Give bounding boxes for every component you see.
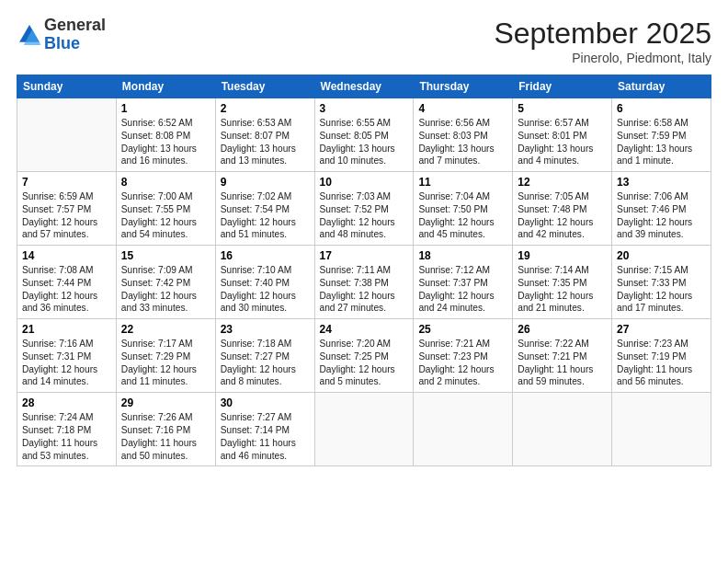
calendar-table: Sunday Monday Tuesday Wednesday Thursday… (17, 75, 711, 466)
calendar-cell: 29Sunrise: 7:26 AMSunset: 7:16 PMDayligh… (116, 393, 215, 466)
cell-info: Sunrise: 6:55 AMSunset: 8:05 PMDaylight:… (320, 117, 409, 167)
calendar-cell: 23Sunrise: 7:18 AMSunset: 7:27 PMDayligh… (215, 319, 314, 393)
cell-info: Sunrise: 7:08 AMSunset: 7:44 PMDaylight:… (22, 264, 111, 315)
calendar-week-row: 28Sunrise: 7:24 AMSunset: 7:18 PMDayligh… (17, 393, 711, 466)
cell-info: Sunrise: 7:12 AMSunset: 7:37 PMDaylight:… (418, 264, 507, 315)
calendar-cell: 20Sunrise: 7:15 AMSunset: 7:33 PMDayligh… (612, 246, 711, 319)
day-number: 3 (320, 102, 409, 115)
day-number: 27 (617, 323, 706, 336)
calendar-week-row: 1Sunrise: 6:52 AMSunset: 8:08 PMDaylight… (17, 98, 711, 172)
day-number: 9 (221, 176, 310, 189)
calendar-cell: 7Sunrise: 6:59 AMSunset: 7:57 PMDaylight… (17, 172, 117, 246)
header: General Blue September 2025 Pinerolo, Pi… (17, 17, 711, 65)
calendar-cell: 25Sunrise: 7:21 AMSunset: 7:23 PMDayligh… (414, 319, 513, 393)
day-number: 20 (617, 249, 706, 262)
calendar-cell: 11Sunrise: 7:04 AMSunset: 7:50 PMDayligh… (414, 172, 513, 246)
day-number: 15 (121, 249, 210, 262)
calendar-cell: 22Sunrise: 7:17 AMSunset: 7:29 PMDayligh… (116, 319, 215, 393)
day-number: 12 (518, 176, 607, 189)
calendar-cell: 26Sunrise: 7:22 AMSunset: 7:21 PMDayligh… (513, 319, 612, 393)
cell-info: Sunrise: 6:57 AMSunset: 8:01 PMDaylight:… (518, 117, 607, 167)
day-number: 18 (418, 249, 507, 262)
col-saturday: Saturday (612, 75, 711, 98)
cell-info: Sunrise: 7:21 AMSunset: 7:23 PMDaylight:… (418, 338, 507, 388)
day-number: 13 (617, 176, 706, 189)
cell-info: Sunrise: 7:06 AMSunset: 7:46 PMDaylight:… (617, 190, 706, 241)
cell-info: Sunrise: 7:22 AMSunset: 7:21 PMDaylight:… (518, 338, 607, 388)
cell-info: Sunrise: 7:16 AMSunset: 7:31 PMDaylight:… (22, 338, 111, 388)
cell-info: Sunrise: 7:00 AMSunset: 7:55 PMDaylight:… (121, 190, 210, 241)
day-number: 29 (121, 396, 210, 409)
day-number: 24 (320, 323, 409, 336)
calendar-cell: 14Sunrise: 7:08 AMSunset: 7:44 PMDayligh… (17, 246, 117, 319)
day-number: 4 (418, 102, 507, 115)
day-number: 1 (121, 102, 210, 115)
col-wednesday: Wednesday (314, 75, 414, 98)
calendar-cell: 2Sunrise: 6:53 AMSunset: 8:07 PMDaylight… (215, 98, 314, 172)
day-number: 17 (320, 249, 409, 262)
cell-info: Sunrise: 6:58 AMSunset: 7:59 PMDaylight:… (617, 117, 706, 167)
calendar-cell: 30Sunrise: 7:27 AMSunset: 7:14 PMDayligh… (215, 393, 314, 466)
cell-info: Sunrise: 7:04 AMSunset: 7:50 PMDaylight:… (418, 190, 507, 241)
cell-info: Sunrise: 7:20 AMSunset: 7:25 PMDaylight:… (320, 338, 409, 388)
day-number: 5 (518, 102, 607, 115)
col-monday: Monday (116, 75, 215, 98)
calendar-cell: 10Sunrise: 7:03 AMSunset: 7:52 PMDayligh… (314, 172, 414, 246)
logo-icon (17, 22, 42, 48)
day-number: 30 (221, 396, 310, 409)
calendar-cell: 1Sunrise: 6:52 AMSunset: 8:08 PMDaylight… (116, 98, 215, 172)
cell-info: Sunrise: 7:15 AMSunset: 7:33 PMDaylight:… (617, 264, 706, 315)
day-number: 14 (22, 249, 111, 262)
day-number: 22 (121, 323, 210, 336)
calendar-cell: 28Sunrise: 7:24 AMSunset: 7:18 PMDayligh… (17, 393, 117, 466)
logo: General Blue (17, 17, 106, 53)
col-thursday: Thursday (414, 75, 513, 98)
cell-info: Sunrise: 7:03 AMSunset: 7:52 PMDaylight:… (320, 190, 409, 241)
cell-info: Sunrise: 7:11 AMSunset: 7:38 PMDaylight:… (320, 264, 409, 315)
day-number: 28 (22, 396, 111, 409)
calendar-cell (414, 393, 513, 466)
cell-info: Sunrise: 7:27 AMSunset: 7:14 PMDaylight:… (221, 411, 310, 462)
calendar-cell: 4Sunrise: 6:56 AMSunset: 8:03 PMDaylight… (414, 98, 513, 172)
cell-info: Sunrise: 6:56 AMSunset: 8:03 PMDaylight:… (418, 117, 507, 167)
cell-info: Sunrise: 7:10 AMSunset: 7:40 PMDaylight:… (221, 264, 310, 315)
cell-info: Sunrise: 7:09 AMSunset: 7:42 PMDaylight:… (121, 264, 210, 315)
location: Pinerolo, Piedmont, Italy (494, 51, 711, 65)
calendar-cell: 13Sunrise: 7:06 AMSunset: 7:46 PMDayligh… (612, 172, 711, 246)
calendar-cell: 19Sunrise: 7:14 AMSunset: 7:35 PMDayligh… (513, 246, 612, 319)
cell-info: Sunrise: 6:59 AMSunset: 7:57 PMDaylight:… (22, 190, 111, 241)
calendar-cell (612, 393, 711, 466)
month-year: September 2025 (494, 17, 711, 51)
calendar-cell: 18Sunrise: 7:12 AMSunset: 7:37 PMDayligh… (414, 246, 513, 319)
calendar-cell: 27Sunrise: 7:23 AMSunset: 7:19 PMDayligh… (612, 319, 711, 393)
day-number: 19 (518, 249, 607, 262)
day-number: 25 (418, 323, 507, 336)
title-block: September 2025 Pinerolo, Piedmont, Italy (494, 17, 711, 65)
calendar-week-row: 21Sunrise: 7:16 AMSunset: 7:31 PMDayligh… (17, 319, 711, 393)
cell-info: Sunrise: 7:23 AMSunset: 7:19 PMDaylight:… (617, 338, 706, 388)
logo-blue: Blue (44, 34, 80, 52)
day-number: 2 (221, 102, 310, 115)
calendar-cell: 21Sunrise: 7:16 AMSunset: 7:31 PMDayligh… (17, 319, 117, 393)
calendar-cell (513, 393, 612, 466)
cell-info: Sunrise: 7:26 AMSunset: 7:16 PMDaylight:… (121, 411, 210, 462)
col-friday: Friday (513, 75, 612, 98)
cell-info: Sunrise: 7:14 AMSunset: 7:35 PMDaylight:… (518, 264, 607, 315)
day-number: 7 (22, 176, 111, 189)
calendar-cell: 6Sunrise: 6:58 AMSunset: 7:59 PMDaylight… (612, 98, 711, 172)
cell-info: Sunrise: 7:18 AMSunset: 7:27 PMDaylight:… (221, 338, 310, 388)
calendar-week-row: 7Sunrise: 6:59 AMSunset: 7:57 PMDaylight… (17, 172, 711, 246)
logo-general: General (44, 16, 106, 34)
day-number: 11 (418, 176, 507, 189)
cell-info: Sunrise: 7:17 AMSunset: 7:29 PMDaylight:… (121, 338, 210, 388)
calendar-cell: 15Sunrise: 7:09 AMSunset: 7:42 PMDayligh… (116, 246, 215, 319)
calendar-cell: 5Sunrise: 6:57 AMSunset: 8:01 PMDaylight… (513, 98, 612, 172)
cell-info: Sunrise: 7:05 AMSunset: 7:48 PMDaylight:… (518, 190, 607, 241)
calendar-cell: 12Sunrise: 7:05 AMSunset: 7:48 PMDayligh… (513, 172, 612, 246)
logo-text: General Blue (44, 17, 106, 53)
calendar-cell: 3Sunrise: 6:55 AMSunset: 8:05 PMDaylight… (314, 98, 414, 172)
cell-info: Sunrise: 7:02 AMSunset: 7:54 PMDaylight:… (221, 190, 310, 241)
col-sunday: Sunday (17, 75, 117, 98)
col-tuesday: Tuesday (215, 75, 314, 98)
calendar-week-row: 14Sunrise: 7:08 AMSunset: 7:44 PMDayligh… (17, 246, 711, 319)
